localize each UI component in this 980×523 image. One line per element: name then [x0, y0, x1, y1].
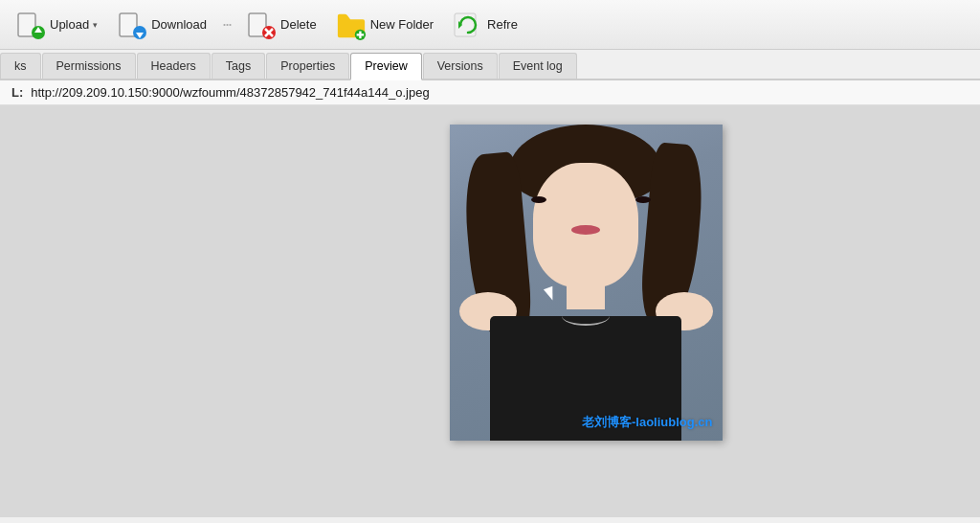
neck [567, 276, 605, 309]
necklace [562, 307, 610, 326]
eye-right [635, 196, 651, 203]
refresh-label: Refre [487, 17, 518, 32]
toolbar: Upload ▾ Download ··· Delete [0, 0, 980, 50]
delete-icon [246, 10, 277, 40]
delete-button[interactable]: Delete [238, 6, 324, 44]
download-label: Download [151, 17, 207, 32]
tabs-bar: ks Permissions Headers Tags Properties P… [0, 50, 980, 80]
upload-dropdown-arrow[interactable]: ▾ [93, 20, 98, 30]
toolbar-separator: ··· [218, 14, 234, 34]
portrait-image [450, 125, 723, 441]
preview-area: 老刘博客-laoliublog.cn [0, 105, 980, 517]
download-button[interactable]: Download [109, 6, 214, 44]
download-icon [117, 10, 147, 40]
preview-image-container: 老刘博客-laoliublog.cn [450, 125, 723, 441]
eye-left [531, 196, 546, 203]
tab-ks[interactable]: ks [0, 53, 41, 79]
upload-label: Upload [50, 17, 89, 32]
url-value: http://209.209.10.150:9000/wzfoumm/48372… [31, 85, 429, 100]
tab-permissions[interactable]: Permissions [42, 53, 136, 79]
cursor-icon [543, 286, 556, 303]
upload-icon [15, 10, 46, 40]
tab-versions[interactable]: Versions [423, 53, 498, 79]
tab-preview[interactable]: Preview [350, 53, 421, 80]
tab-event-log[interactable]: Event log [499, 53, 577, 79]
new-folder-label: New Folder [370, 17, 434, 32]
lips [571, 225, 600, 235]
tab-properties[interactable]: Properties [266, 53, 349, 79]
new-folder-icon [336, 10, 367, 40]
url-bar: L: http://209.209.10.150:9000/wzfoumm/48… [0, 80, 980, 105]
upload-button[interactable]: Upload ▾ [8, 6, 105, 44]
tab-tags[interactable]: Tags [212, 53, 265, 79]
watermark: 老刘博客-laoliublog.cn [582, 414, 713, 431]
tab-headers[interactable]: Headers [137, 53, 211, 79]
new-folder-button[interactable]: New Folder [328, 6, 441, 44]
refresh-button[interactable]: Refre [445, 6, 525, 44]
refresh-icon [453, 10, 483, 40]
url-label: L: [11, 85, 23, 100]
delete-label: Delete [280, 17, 317, 32]
